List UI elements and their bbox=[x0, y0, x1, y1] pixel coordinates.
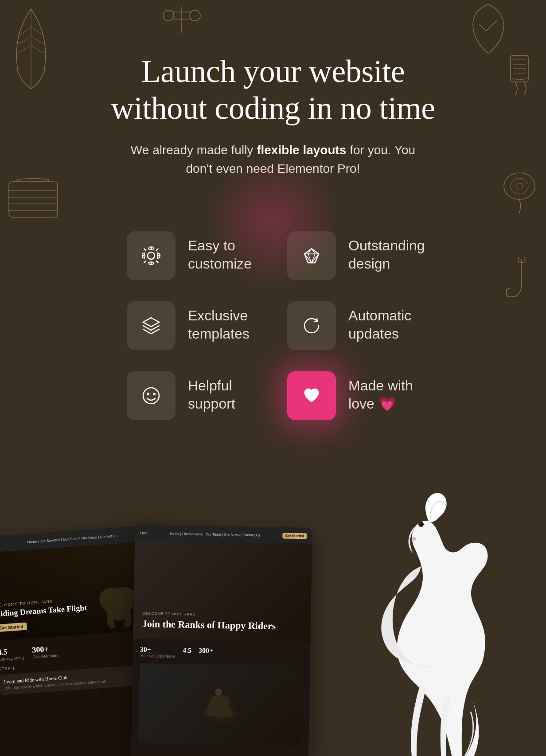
svg-point-23 bbox=[418, 522, 424, 527]
screen-second-stat2: 4.5 bbox=[183, 646, 191, 659]
svg-point-24 bbox=[419, 522, 421, 524]
rider-silhouette bbox=[194, 682, 248, 727]
svg-point-19 bbox=[147, 393, 149, 395]
screen-second-image bbox=[138, 663, 303, 745]
exclusive-templates-label: Exclusive templates bbox=[188, 301, 252, 343]
svg-point-18 bbox=[143, 388, 159, 404]
screen-second-hero: WELCOME TO HORI YARD Join the Ranks of H… bbox=[133, 541, 312, 641]
feature-icon-gear bbox=[127, 231, 176, 280]
smile-icon bbox=[140, 385, 162, 406]
outstanding-design-label: Outstanding design bbox=[348, 231, 425, 273]
feature-icon-heart bbox=[287, 371, 336, 420]
screen-second-hero-text: WELCOME TO HORI YARD Join the Ranks of H… bbox=[142, 611, 302, 632]
header-section: Launch your website without coding in no… bbox=[0, 0, 546, 205]
helpful-support-label: Helpful support bbox=[188, 371, 252, 413]
screen-second-stat3: 300+ bbox=[199, 647, 214, 659]
feature-made-with-love: Made with love 💗 bbox=[287, 371, 425, 420]
feature-helpful-support: Helpful support bbox=[127, 371, 252, 420]
refresh-icon bbox=[301, 315, 322, 336]
made-with-love-label: Made with love 💗 bbox=[348, 371, 425, 413]
svg-point-16 bbox=[148, 252, 155, 259]
page-wrapper: Launch your website without coding in no… bbox=[0, 0, 546, 756]
screen-second-stat1: 30+ Years of Experience bbox=[140, 645, 176, 658]
feature-icon-layers bbox=[127, 301, 176, 350]
svg-point-22 bbox=[215, 688, 222, 695]
diamond-icon bbox=[301, 245, 322, 266]
feature-icon-refresh bbox=[287, 301, 336, 350]
feature-exclusive-templates: Exclusive templates bbox=[127, 301, 252, 350]
svg-point-25 bbox=[412, 537, 416, 541]
layers-icon bbox=[140, 315, 162, 336]
white-horse-svg bbox=[311, 473, 546, 756]
heart-icon bbox=[301, 385, 322, 406]
deco-hook-right bbox=[506, 257, 537, 301]
automatic-updates-label: Automatic updates bbox=[348, 301, 425, 343]
main-title: Launch your website without coding in no… bbox=[53, 53, 493, 127]
svg-point-15 bbox=[518, 257, 525, 263]
feature-outstanding-design: Outstanding design bbox=[287, 231, 425, 280]
preview-section: Hori Home | Our Services | Our Team | Ou… bbox=[0, 464, 546, 756]
screen-left-stat1: 4.5 App avg rating bbox=[0, 646, 24, 662]
feature-automatic-updates: Automatic updates bbox=[287, 301, 425, 350]
subtitle: We already made fully flexible layouts f… bbox=[122, 141, 424, 178]
screen-left-stat2: 300+ Club Members bbox=[32, 643, 59, 659]
features-grid: Easy to customize Outstanding design bbox=[74, 231, 472, 420]
screen-second-content: 30+ Years of Experience 4.5 300+ bbox=[131, 638, 310, 753]
horse-illustration bbox=[311, 473, 546, 756]
svg-point-20 bbox=[153, 393, 155, 395]
easy-customize-label: Easy to customize bbox=[188, 231, 252, 273]
feature-icon-diamond bbox=[287, 231, 336, 280]
gear-icon bbox=[140, 245, 162, 266]
feature-icon-smile bbox=[127, 371, 176, 420]
screen-second-mockup: Hori Home | Our Services | Our Team | Ou… bbox=[131, 525, 312, 756]
feature-easy-customize: Easy to customize bbox=[127, 231, 252, 280]
